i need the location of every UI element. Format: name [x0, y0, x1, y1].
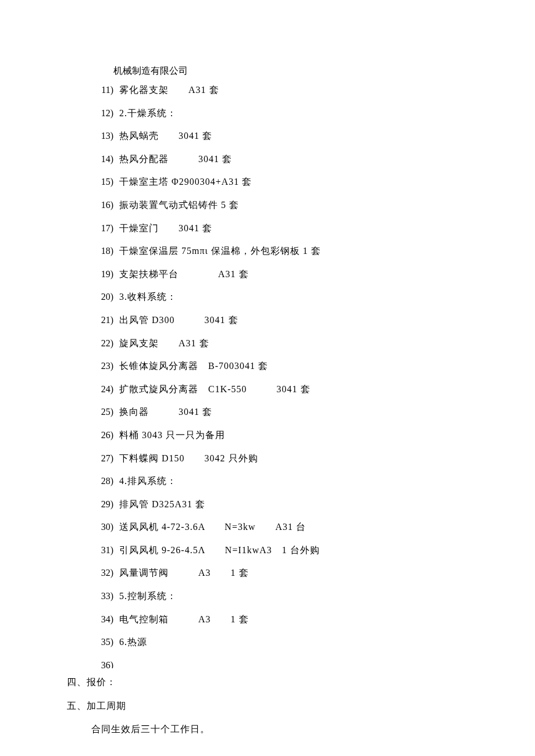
list-item: 25) 换向器 3041 套: [90, 404, 500, 420]
list-num: 29): [90, 497, 119, 512]
list-text: 振动装置气动式铝铸件 5 套: [119, 198, 500, 213]
list-text: 换向器 3041 套: [119, 404, 500, 420]
list-num: 16): [90, 198, 119, 213]
list-text: 6.热源: [119, 635, 500, 650]
list-item: 36): [90, 658, 500, 668]
list-item: 21) 出风管 D300 3041 套: [90, 313, 500, 328]
list-item: 13) 热风蜗壳 3041 套: [90, 128, 500, 144]
list-item: 23) 长锥体旋风分离器 B-7003041 套: [90, 359, 500, 374]
section-4-heading: 四、报价：: [67, 674, 500, 691]
list-num: 12): [90, 106, 119, 121]
list-item: 24) 扩散式旋风分离器 C1K-550 3041 套: [90, 382, 500, 397]
list-text: 干燥室门 3041 套: [119, 221, 500, 236]
list-text: 电气控制箱 A3 1 套: [119, 612, 500, 627]
list-text: 扩散式旋风分离器 C1K-550 3041 套: [119, 382, 500, 397]
list-text: 干燥室主塔 Φ2900304+A31 套: [119, 174, 500, 189]
list-text: 雾化器支架 A31 套: [119, 83, 500, 98]
section-5-body: 合同生效后三十个工作日。: [91, 721, 500, 738]
list-item: 31) 引风风机 9-26-4.5Λ N=I1kwA3 1 台外购: [90, 543, 500, 558]
list-text: 排风管 D325A31 套: [119, 497, 500, 512]
list-item: 32) 风量调节阀 A3 1 套: [90, 565, 500, 581]
list-num: 34): [90, 612, 119, 627]
list-num: 17): [90, 221, 119, 236]
list-num: 24): [90, 382, 119, 397]
list-text: 出风管 D300 3041 套: [119, 313, 500, 328]
list-text: 2.干燥系统：: [119, 106, 500, 121]
list-num: 18): [90, 243, 119, 259]
list-text: 4.排风系统：: [119, 474, 500, 489]
list-item: 34) 电气控制箱 A3 1 套: [90, 612, 500, 627]
list-num: 14): [90, 152, 119, 167]
list-item: 11) 雾化器支架 A31 套: [90, 83, 500, 98]
list-text: 热风分配器 3041 套: [119, 152, 500, 167]
list-text: 支架扶梯平台 A31 套: [119, 267, 500, 282]
list-num: 28): [90, 474, 119, 489]
list-text: 5.控制系统：: [119, 589, 500, 604]
list-num: 27): [90, 451, 119, 466]
list-text: 热风蜗壳 3041 套: [119, 128, 500, 144]
list-num: 35): [90, 635, 119, 650]
list-num: 15): [90, 174, 119, 189]
list-item: 28) 4.排风系统：: [90, 474, 500, 489]
list-num: 25): [90, 404, 119, 420]
list-text: 风量调节阀 A3 1 套: [119, 565, 500, 581]
list-item: 16) 振动装置气动式铝铸件 5 套: [90, 198, 500, 213]
list-text: 引风风机 9-26-4.5Λ N=I1kwA3 1 台外购: [119, 543, 500, 558]
list-text: 下料蝶阀 D150 3042 只外购: [119, 451, 500, 466]
list-item: 12) 2.干燥系统：: [90, 106, 500, 121]
list-item: 35) 6.热源: [90, 635, 500, 650]
list-num: 36): [90, 658, 119, 668]
list-num: 11): [90, 83, 119, 98]
list-text: 送风风机 4-72-3.6A N=3kw A31 台: [119, 519, 500, 535]
list-text: 3.收料系统：: [119, 289, 500, 304]
section-5-heading: 五、加工周期: [67, 698, 500, 715]
list-item: 17) 干燥室门 3041 套: [90, 221, 500, 236]
list-num: 19): [90, 267, 119, 282]
document-page: 机械制造有限公司 11) 雾化器支架 A31 套 12) 2.干燥系统： 13)…: [0, 0, 535, 738]
list-item: 15) 干燥室主塔 Φ2900304+A31 套: [90, 174, 500, 189]
list-num: 30): [90, 519, 119, 535]
list-num: 20): [90, 289, 119, 304]
list-item: 20) 3.收料系统：: [90, 289, 500, 304]
list-item: 29) 排风管 D325A31 套: [90, 497, 500, 512]
list-text: 旋风支架 A31 套: [119, 336, 500, 351]
list-item: 26) 料桶 3043 只一只为备用: [90, 428, 500, 443]
intro-line: 机械制造有限公司: [113, 64, 500, 78]
list-num: 26): [90, 428, 119, 443]
list-num: 21): [90, 313, 119, 328]
list-num: 22): [90, 336, 119, 351]
list-num: 13): [90, 128, 119, 144]
list-item: 27) 下料蝶阀 D150 3042 只外购: [90, 451, 500, 466]
list-item: 22) 旋风支架 A31 套: [90, 336, 500, 351]
list-num: 33): [90, 589, 119, 604]
list-item: 18) 干燥室保温层 75mπι 保温棉，外包彩钢板 1 套: [90, 243, 500, 259]
list-item: 33) 5.控制系统：: [90, 589, 500, 604]
list-item: 19) 支架扶梯平台 A31 套: [90, 267, 500, 282]
numbered-list: 11) 雾化器支架 A31 套 12) 2.干燥系统： 13) 热风蜗壳 304…: [90, 83, 500, 668]
list-text: 料桶 3043 只一只为备用: [119, 428, 500, 443]
list-text: 长锥体旋风分离器 B-7003041 套: [119, 359, 500, 374]
list-num: 31): [90, 543, 119, 558]
list-num: 32): [90, 565, 119, 581]
list-item: 14) 热风分配器 3041 套: [90, 152, 500, 167]
list-text: 干燥室保温层 75mπι 保温棉，外包彩钢板 1 套: [119, 243, 500, 259]
list-item: 30) 送风风机 4-72-3.6A N=3kw A31 台: [90, 519, 500, 535]
list-num: 23): [90, 359, 119, 374]
